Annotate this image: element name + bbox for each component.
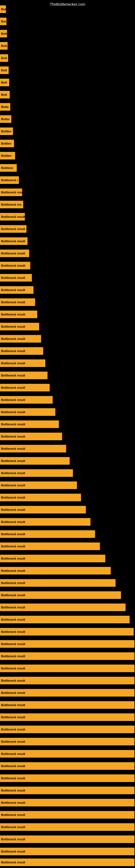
bar-label: Bottleneck result [1,313,25,316]
bar-label: Bottleneck result [1,801,25,804]
bar: Bottleneck result [0,823,134,831]
bar-label: Bottleneck result [1,508,25,511]
bar-label: Bottleneck result [1,569,25,572]
bar: Bottleneck result [0,225,27,233]
bar-label: Bottleneck result [1,826,25,829]
bar: Bottleneck result [0,725,134,733]
bar: Botte [0,103,10,111]
bar-item: Bottleneck result [0,518,90,526]
bar: Bottleneck result [0,482,77,489]
bar-item: Botte [0,103,10,111]
bar-item: Bottleneck result [0,188,22,196]
bar-item: Bottleneck result [0,799,134,806]
bar-label: Bottleneck result [1,227,25,230]
bar-label: Bottleneck result [1,861,25,864]
bar-item: Bottlen [0,152,15,159]
bar-label: Bottleneck result [1,471,25,475]
bar-item: Bottleneck result [0,360,45,367]
bar-item: Bot [0,5,6,13]
bar-label: Bottleneck result [1,349,25,352]
bar: Bottleneck result [0,811,134,818]
bar: Bottleneck result [0,603,126,611]
bar: Bottleneck result [0,567,111,575]
bar: Bottleneck result [0,579,116,587]
bar-label: Bottleneck result [1,777,25,780]
bar-item: Bottleneck result [0,603,126,611]
bar: Bottleneck result [0,347,43,355]
bar: Bottleneck r [0,176,19,184]
bar-label: Bottleneck result [1,520,25,524]
bar: Bottleneck result [0,323,39,330]
bar: Bottleneck result [0,372,48,379]
bar: Bottleneck result [0,262,30,269]
bar: Bottleneck result [0,188,22,196]
bar-item: Bottleneck result [0,640,134,648]
bar-label: Bottleneck result [1,325,25,328]
bar-item: Bottleneck result [0,859,134,866]
bar-label: Bottleneck result [1,398,25,401]
bar: Bottleneck result [0,762,134,770]
bar: Bottleneck res [0,201,23,208]
bar: Bottleneck result [0,786,134,794]
site-title: TheBottlenecker.com [50,2,85,6]
bar-label: Bottleneck result [1,484,25,487]
bar-label: Bottleneck result [1,716,25,719]
bar-item: Bottleneck result [0,457,70,465]
bar-label: Bottlene [1,166,13,169]
bar-item: Bottleneck result [0,701,134,709]
bar: Bottlen [0,127,13,135]
bar-item: Bott [0,30,7,37]
bar-item: Bottleneck res [0,201,23,208]
bar: Bot [0,5,6,13]
bar-label: Bottleneck result [1,654,25,658]
bar-label: Bottlen [1,142,11,145]
bar-item: Bot [0,18,6,25]
bar: Bottlene [0,164,17,172]
bar-item: Bottlene [0,164,17,172]
bar: Bottleneck result [0,506,86,514]
bar: Bott [0,91,10,98]
bar-label: Bottleneck result [1,215,25,218]
bar-item: Bottleneck result [0,689,134,696]
bar: Bottleneck result [0,469,73,477]
bar-item: Bottleneck result [0,677,134,684]
bar-item: Bott [0,66,9,74]
bar-item: Bottleneck result [0,591,121,599]
bar-item: Bottleneck result [0,335,41,343]
bar-item: Bottleneck r [0,176,19,184]
bar-label: Bottleneck result [1,764,25,768]
bar: Bott [0,30,7,37]
bar-item: Bottleneck result [0,774,134,782]
bar: Bottleneck result [0,396,53,404]
bar: Bottleneck result [0,518,90,526]
bar-label: Bottleneck result [1,447,25,450]
bar-item: Bottleneck result [0,299,35,306]
bar: Bottleneck result [0,445,66,453]
bar-item: Bottleneck result [0,848,134,855]
bar-label: Bottleneck result [1,740,25,743]
bar-item: Bottleneck result [0,664,134,672]
bar-label: Bot [1,20,6,23]
bar-item: Bottleneck result [0,225,27,233]
bar-label: Bottleneck result [1,386,25,389]
bar-label: Bottleneck result [1,850,25,853]
bar-item: Bottleneck result [0,835,134,843]
bar-item: Bottleneck result [0,445,66,453]
bar-label: Bottleneck result [1,496,25,499]
bar-label: Bottlen [1,154,11,157]
bar-label: Bottleneck result [1,679,25,682]
bar-label: Bottleneck result [1,789,25,792]
bar-label: Bottleneck res [1,203,21,206]
bar-label: Bottleneck result [1,191,22,194]
bar-item: Bottleneck result [0,811,134,818]
bar: Bottleneck result [0,713,134,721]
bar: Bottleneck result [0,628,134,636]
bar: Bottleneck result [0,530,95,538]
bar-label: Botte [1,105,9,108]
bar: Bottlen [0,152,15,159]
bar-item: Bottleneck result [0,262,30,269]
bar: Bottleneck result [0,555,105,562]
bar-label: Bottleneck r [1,179,18,182]
bar-item: Bottleneck result [0,725,134,733]
bar: Bottleneck result [0,299,35,306]
